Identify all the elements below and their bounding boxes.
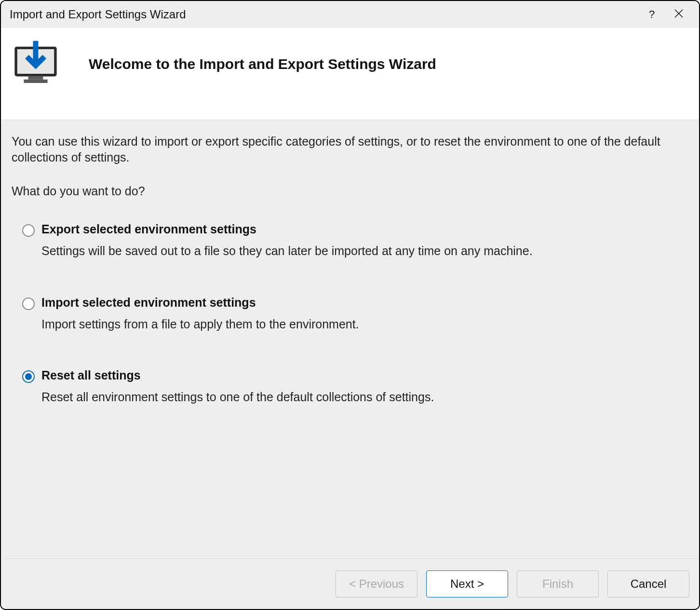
next-button[interactable]: Next >	[426, 570, 508, 597]
wizard-heading: Welcome to the Import and Export Setting…	[89, 56, 436, 72]
monitor-download-icon	[12, 38, 60, 91]
help-icon: ?	[649, 8, 655, 21]
previous-button[interactable]: < Previous	[336, 570, 417, 597]
option-title: Export selected environment settings	[41, 222, 533, 236]
close-button[interactable]	[665, 3, 692, 26]
titlebar: Import and Export Settings Wizard ?	[1, 1, 699, 28]
option-title: Reset all settings	[41, 368, 434, 382]
finish-button[interactable]: Finish	[517, 570, 599, 597]
option-desc: Settings will be saved out to a file so …	[41, 243, 533, 259]
close-icon	[674, 8, 683, 21]
option-desc: Import settings from a file to apply the…	[41, 316, 359, 332]
option-title: Import selected environment settings	[41, 296, 359, 310]
svg-rect-3	[28, 76, 43, 80]
cancel-button[interactable]: Cancel	[607, 570, 689, 597]
wizard-body: You can use this wizard to import or exp…	[1, 120, 699, 558]
radio-reset[interactable]	[22, 370, 35, 383]
radio-export[interactable]	[22, 224, 35, 237]
wizard-header: Welcome to the Import and Export Setting…	[1, 28, 699, 120]
radio-import[interactable]	[22, 298, 35, 310]
question-text: What do you want to do?	[12, 184, 688, 198]
window-title: Import and Export Settings Wizard	[10, 8, 186, 21]
help-button[interactable]: ?	[638, 3, 665, 26]
wizard-icon	[12, 38, 60, 91]
svg-rect-4	[24, 80, 47, 83]
option-export[interactable]: Export selected environment settings Set…	[22, 222, 688, 259]
wizard-window: Import and Export Settings Wizard ? Welc…	[0, 0, 700, 610]
intro-text: You can use this wizard to import or exp…	[12, 134, 688, 165]
option-desc: Reset all environment settings to one of…	[41, 389, 434, 405]
option-import[interactable]: Import selected environment settings Imp…	[22, 296, 688, 332]
radio-group: Export selected environment settings Set…	[12, 222, 688, 405]
wizard-footer: < Previous Next > Finish Cancel	[1, 558, 699, 609]
option-reset[interactable]: Reset all settings Reset all environment…	[22, 368, 688, 405]
